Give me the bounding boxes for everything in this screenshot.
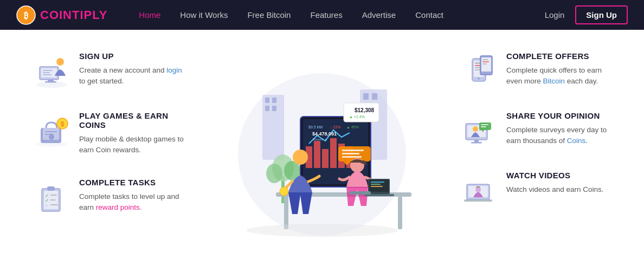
svg-rect-31: [272, 98, 276, 103]
svg-rect-30: [265, 98, 269, 103]
reward-points-link[interactable]: reward points: [96, 203, 140, 211]
svg-rect-61: [342, 150, 364, 151]
main-content: SIGN UP Create a new account and login t…: [0, 30, 644, 278]
svg-rect-29: [262, 95, 284, 160]
right-column: COMPLETE OFFERS Complete quick offers to…: [460, 51, 611, 257]
svg-rect-32: [265, 106, 269, 111]
nav-right: Login Sign Up: [539, 5, 628, 24]
svg-point-7: [56, 58, 64, 66]
logo[interactable]: ₿ COINTIPLY: [16, 5, 107, 25]
feature-complete-tasks: ✓ ✓ ○ COMPLETE TASKS Complete tasks to l…: [33, 178, 184, 216]
play-games-text: PLAY GAMES & EARN COINS Play mobile & de…: [79, 111, 184, 156]
complete-tasks-desc: Complete tasks to level up and earn rewa…: [79, 191, 184, 214]
svg-text:↓ 23%: ↓ 23%: [330, 125, 340, 129]
nav-link-how-it-works[interactable]: How it Works: [170, 0, 237, 30]
svg-rect-9: [43, 72, 50, 73]
watch-videos-title: WATCH VIDEOS: [506, 171, 604, 180]
feature-watch-videos: WATCH VIDEOS Watch videos and earn Coins…: [460, 171, 611, 209]
svg-point-41: [266, 164, 282, 183]
nav-link-contact[interactable]: Contact: [405, 0, 453, 30]
share-opinion-title: SHARE YOUR OPINION: [506, 111, 611, 120]
svg-rect-88: [482, 61, 489, 62]
play-games-title: PLAY GAMES & EARN COINS: [79, 111, 184, 130]
sign-up-text: SIGN UP Create a new account and login t…: [79, 51, 184, 87]
svg-rect-51: [330, 138, 337, 168]
svg-rect-10: [43, 74, 51, 75]
feature-sign-up: SIGN UP Create a new account and login t…: [33, 51, 184, 89]
complete-offers-text: COMPLETE OFFERS Complete quick offers to…: [506, 51, 611, 87]
svg-rect-63: [342, 156, 362, 158]
svg-rect-35: [363, 93, 369, 100]
svg-rect-75: [371, 186, 383, 187]
svg-rect-65: [284, 197, 288, 229]
svg-text:Amount ▲: Amount ▲: [312, 138, 327, 141]
sign-up-icon: [33, 51, 70, 89]
login-link[interactable]: Login: [539, 10, 570, 20]
feature-share-opinion: SHARE YOUR OPINION Complete surveys ever…: [460, 111, 611, 149]
share-opinion-desc: Complete surveys every day to earn thous…: [506, 125, 611, 147]
logo-icon: ₿: [16, 5, 36, 25]
nav-link-advertise[interactable]: Advertise: [352, 0, 406, 30]
svg-point-18: [49, 134, 54, 140]
left-column: SIGN UP Create a new account and login t…: [33, 51, 184, 257]
svg-rect-50: [322, 149, 329, 168]
complete-tasks-text: COMPLETE TASKS Complete tasks to level u…: [79, 178, 184, 214]
svg-rect-49: [314, 141, 320, 168]
complete-tasks-icon: ✓ ✓ ○: [33, 178, 70, 216]
svg-rect-105: [468, 186, 488, 197]
svg-rect-73: [371, 182, 384, 183]
share-opinion-text: SHARE YOUR OPINION Complete surveys ever…: [506, 111, 611, 147]
svg-point-77: [246, 224, 398, 237]
coins-link[interactable]: Coins: [567, 137, 586, 145]
svg-point-67: [293, 150, 308, 165]
share-opinion-icon: [460, 111, 498, 149]
svg-text:$: $: [60, 120, 64, 128]
svg-rect-21: [47, 186, 55, 191]
complete-offers-title: COMPLETE OFFERS: [506, 51, 611, 61]
svg-rect-27: [50, 204, 58, 205]
svg-text:▲ 45%: ▲ 45%: [346, 125, 359, 129]
play-games-icon: $: [33, 111, 70, 149]
center-illustration: $9.5 Mill ↓ 23% ▲ 45% $4,478,091 Amount …: [195, 51, 449, 257]
svg-point-92: [473, 126, 478, 132]
nav-link-features[interactable]: Features: [300, 0, 352, 30]
sign-up-title: SIGN UP: [79, 51, 184, 61]
feature-play-games: $ PLAY GAMES & EARN COINS Play mobile & …: [33, 111, 184, 156]
navbar: ₿ COINTIPLY Home How it Works Free Bitco…: [0, 0, 644, 30]
svg-rect-36: [372, 93, 377, 100]
svg-rect-100: [471, 142, 482, 144]
svg-rect-103: [464, 199, 492, 202]
svg-rect-98: [481, 126, 486, 127]
svg-rect-62: [342, 153, 359, 154]
svg-text:$9.5 Mill: $9.5 Mill: [308, 125, 323, 129]
svg-rect-6: [45, 81, 56, 83]
feature-complete-offers: COMPLETE OFFERS Complete quick offers to…: [460, 51, 611, 89]
svg-rect-8: [43, 70, 53, 71]
svg-rect-33: [272, 106, 276, 111]
sign-up-login-link[interactable]: login: [166, 66, 182, 74]
nav-links: Home How it Works Free Bitcoin Features …: [129, 0, 539, 30]
svg-text:$12,308: $12,308: [355, 107, 375, 113]
play-games-desc: Play mobile & desktop games to earn Coin…: [79, 134, 184, 156]
bitcoin-link[interactable]: Bitcoin: [543, 77, 565, 85]
complete-tasks-title: COMPLETE TASKS: [79, 178, 184, 187]
svg-rect-16: [45, 131, 57, 132]
svg-point-80: [478, 77, 480, 80]
svg-rect-97: [481, 124, 488, 125]
svg-rect-76: [349, 191, 371, 195]
svg-rect-74: [371, 184, 381, 185]
nav-link-free-bitcoin[interactable]: Free Bitcoin: [237, 0, 300, 30]
nav-link-home[interactable]: Home: [129, 0, 170, 30]
svg-rect-23: [50, 195, 57, 196]
svg-rect-25: [50, 199, 56, 201]
svg-rect-87: [482, 59, 488, 60]
watch-videos-icon: [460, 171, 498, 209]
complete-offers-icon: [460, 51, 498, 89]
signup-button[interactable]: Sign Up: [575, 5, 628, 24]
watch-videos-text: WATCH VIDEOS Watch videos and earn Coins…: [506, 171, 604, 195]
svg-rect-66: [398, 197, 402, 229]
svg-text:▲ +2.4%: ▲ +2.4%: [349, 115, 365, 119]
svg-text:₿: ₿: [24, 11, 28, 20]
hero-illustration: $9.5 Mill ↓ 23% ▲ 45% $4,478,091 Amount …: [230, 51, 414, 257]
sign-up-desc: Create a new account and login to get st…: [79, 65, 184, 87]
